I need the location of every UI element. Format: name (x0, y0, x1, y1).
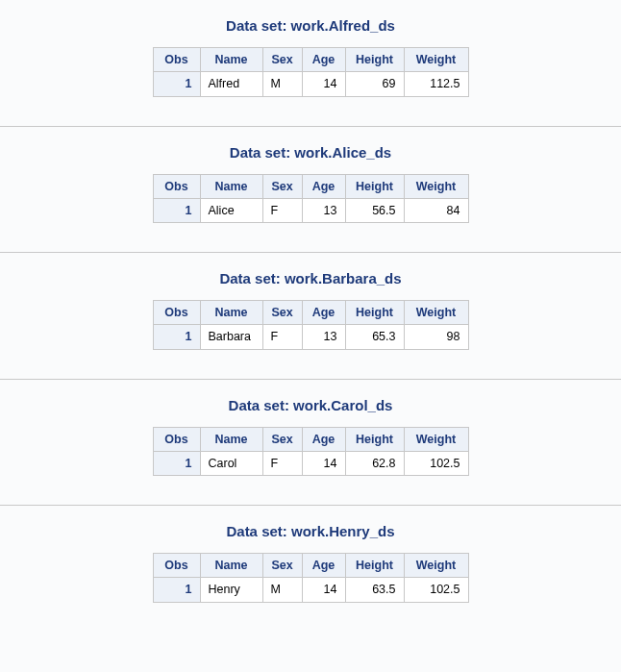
dataset-table: Obs Name Sex Age Height Weight 1 Alfred … (153, 47, 469, 97)
cell-weight: 84 (404, 198, 468, 222)
cell-obs: 1 (153, 198, 200, 222)
table-header-row: Obs Name Sex Age Height Weight (153, 48, 468, 72)
cell-age: 13 (302, 325, 345, 349)
col-header-sex: Sex (262, 554, 302, 578)
dataset-table: Obs Name Sex Age Height Weight 1 Carol F… (153, 427, 469, 477)
cell-sex: M (262, 578, 302, 602)
col-header-weight: Weight (404, 554, 468, 578)
table-row: 1 Barbara F 13 65.3 98 (153, 325, 468, 349)
table-header-row: Obs Name Sex Age Height Weight (153, 427, 468, 451)
cell-sex: F (262, 325, 302, 349)
col-header-age: Age (302, 427, 345, 451)
dataset-table: Obs Name Sex Age Height Weight 1 Alice F… (153, 174, 469, 224)
cell-height: 65.3 (345, 325, 404, 349)
cell-name: Carol (200, 451, 262, 475)
table-header-row: Obs Name Sex Age Height Weight (153, 554, 468, 578)
col-header-weight: Weight (404, 427, 468, 451)
col-header-obs: Obs (153, 174, 200, 198)
cell-age: 14 (302, 451, 345, 475)
cell-age: 14 (302, 72, 345, 96)
cell-weight: 102.5 (404, 451, 468, 475)
dataset-section: Data set: work.Alice_ds Obs Name Sex Age… (0, 126, 621, 253)
cell-age: 14 (302, 578, 345, 602)
col-header-name: Name (200, 427, 262, 451)
dataset-section: Data set: work.Henry_ds Obs Name Sex Age… (0, 505, 621, 632)
cell-height: 56.5 (345, 198, 404, 222)
report-page: Data set: work.Alfred_ds Obs Name Sex Ag… (0, 0, 621, 632)
col-header-height: Height (345, 554, 404, 578)
col-header-obs: Obs (153, 48, 200, 72)
col-header-name: Name (200, 48, 262, 72)
cell-weight: 112.5 (404, 72, 468, 96)
col-header-sex: Sex (262, 174, 302, 198)
dataset-section: Data set: work.Alfred_ds Obs Name Sex Ag… (0, 0, 621, 126)
col-header-weight: Weight (404, 301, 468, 325)
col-header-age: Age (302, 48, 345, 72)
col-header-height: Height (345, 301, 404, 325)
col-header-obs: Obs (153, 301, 200, 325)
dataset-section: Data set: work.Barbara_ds Obs Name Sex A… (0, 252, 621, 379)
dataset-title: Data set: work.Alfred_ds (0, 17, 621, 34)
col-header-age: Age (302, 301, 345, 325)
cell-height: 69 (345, 72, 404, 96)
dataset-title: Data set: work.Alice_ds (0, 144, 621, 161)
col-header-height: Height (345, 174, 404, 198)
col-header-name: Name (200, 554, 262, 578)
cell-age: 13 (302, 198, 345, 222)
cell-obs: 1 (153, 451, 200, 475)
cell-name: Henry (200, 578, 262, 602)
table-row: 1 Henry M 14 63.5 102.5 (153, 578, 468, 602)
col-header-obs: Obs (153, 427, 200, 451)
col-header-age: Age (302, 554, 345, 578)
col-header-age: Age (302, 174, 345, 198)
col-header-weight: Weight (404, 174, 468, 198)
cell-height: 62.8 (345, 451, 404, 475)
cell-name: Alice (200, 198, 262, 222)
col-header-sex: Sex (262, 427, 302, 451)
dataset-title: Data set: work.Barbara_ds (0, 270, 621, 286)
cell-obs: 1 (153, 325, 200, 349)
table-row: 1 Carol F 14 62.8 102.5 (153, 451, 468, 475)
cell-name: Barbara (200, 325, 262, 349)
cell-sex: F (262, 198, 302, 222)
col-header-name: Name (200, 301, 262, 325)
col-header-height: Height (345, 48, 404, 72)
dataset-title: Data set: work.Henry_ds (0, 523, 621, 539)
table-row: 1 Alice F 13 56.5 84 (153, 198, 468, 222)
col-header-name: Name (200, 174, 262, 198)
dataset-table: Obs Name Sex Age Height Weight 1 Henry M… (153, 553, 469, 603)
cell-sex: F (262, 451, 302, 475)
cell-name: Alfred (200, 72, 262, 96)
col-header-obs: Obs (153, 554, 200, 578)
col-header-height: Height (345, 427, 404, 451)
table-header-row: Obs Name Sex Age Height Weight (153, 301, 468, 325)
cell-weight: 98 (404, 325, 468, 349)
cell-sex: M (262, 72, 302, 96)
cell-obs: 1 (153, 578, 200, 602)
dataset-section: Data set: work.Carol_ds Obs Name Sex Age… (0, 379, 621, 506)
col-header-weight: Weight (404, 48, 468, 72)
table-row: 1 Alfred M 14 69 112.5 (153, 72, 468, 96)
col-header-sex: Sex (262, 301, 302, 325)
dataset-table: Obs Name Sex Age Height Weight 1 Barbara… (153, 300, 469, 350)
cell-obs: 1 (153, 72, 200, 96)
cell-height: 63.5 (345, 578, 404, 602)
dataset-title: Data set: work.Carol_ds (0, 397, 621, 413)
col-header-sex: Sex (262, 48, 302, 72)
cell-weight: 102.5 (404, 578, 468, 602)
table-header-row: Obs Name Sex Age Height Weight (153, 174, 468, 198)
